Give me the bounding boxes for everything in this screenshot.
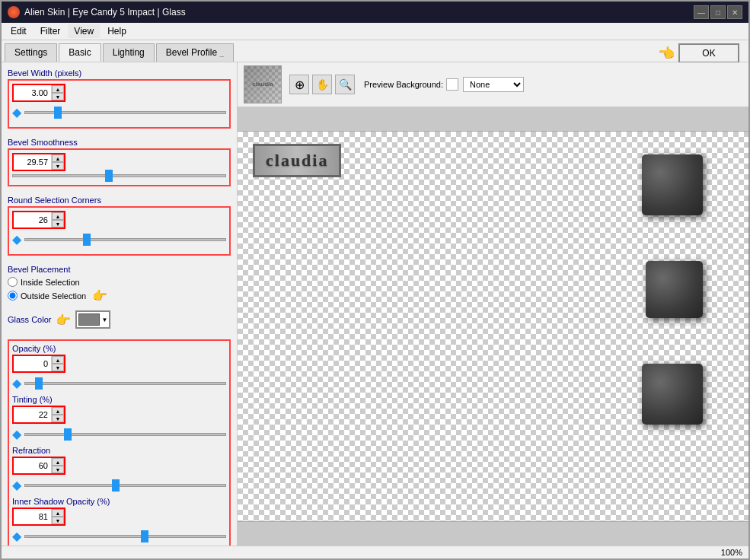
preview-area: claudia: [238, 107, 748, 546]
bevel-smoothness-up[interactable]: ▲: [52, 154, 64, 162]
refraction-slider-row: ◆: [12, 478, 226, 492]
bevel-smoothness-spinbox-btns: ▲ ▼: [52, 154, 64, 170]
zoom-tool-button[interactable]: 🔍: [335, 75, 355, 94]
ok-button[interactable]: OK: [678, 43, 739, 63]
inner-shadow-row: ▲ ▼: [12, 508, 226, 526]
menu-help[interactable]: Help: [101, 24, 132, 38]
inside-selection-row: Inside Selection: [8, 277, 231, 287]
inner-shadow-input[interactable]: [14, 509, 52, 524]
close-button[interactable]: ✕: [727, 5, 742, 19]
tinting-down[interactable]: ▼: [52, 415, 64, 422]
pan-icon: ✋: [316, 78, 329, 91]
round-corners-up[interactable]: ▲: [52, 212, 64, 220]
inner-shadow-spinbox: ▲ ▼: [12, 508, 65, 526]
checkered-preview: claudia: [238, 132, 748, 521]
refraction-thumb-icon: ◆: [12, 478, 21, 492]
refraction-spinbox: ▲ ▼: [12, 457, 65, 475]
round-corners-down[interactable]: ▼: [52, 220, 64, 228]
menu-edit[interactable]: Edit: [5, 24, 33, 38]
ok-hand-icon: 👉: [659, 45, 675, 62]
glass-square-1: [642, 154, 703, 215]
bevel-width-slider-thumb-icon: ◆: [12, 105, 21, 119]
title-bar: Alien Skin | Eye Candy 5 Impact | Glass …: [2, 2, 748, 23]
round-corners-group: Round Selection Corners ▲ ▼ ◆: [8, 196, 231, 260]
opacity-up[interactable]: ▲: [52, 356, 64, 364]
bevel-smoothness-down[interactable]: ▼: [52, 162, 64, 170]
glass-color-row: Glass Color 👉 ▼: [8, 310, 231, 329]
minimize-button[interactable]: —: [694, 5, 709, 19]
refraction-label: Refraction: [12, 446, 226, 455]
bevel-width-spinbox: ▲ ▼: [12, 84, 65, 102]
preview-bottom-bar: [238, 521, 748, 546]
maximize-button[interactable]: □: [710, 5, 726, 19]
tinting-input[interactable]: [14, 407, 52, 422]
tinting-up[interactable]: ▲: [52, 407, 64, 415]
inner-shadow-group: Inner Shadow Opacity (%) ▲ ▼ ◆: [12, 497, 226, 543]
main-window: Alien Skin | Eye Candy 5 Impact | Glass …: [0, 0, 750, 560]
bevel-width-input[interactable]: [14, 85, 52, 100]
bevel-width-spinbox-btns: ▲ ▼: [52, 85, 64, 100]
refraction-slider[interactable]: [24, 484, 226, 487]
round-corners-slider[interactable]: [24, 238, 226, 241]
bevel-width-up[interactable]: ▲: [52, 85, 64, 93]
inside-selection-radio[interactable]: [8, 277, 18, 287]
window-title: Alien Skin | Eye Candy 5 Impact | Glass: [24, 7, 186, 18]
tinting-spinbox-btns: ▲ ▼: [52, 407, 64, 422]
refraction-down[interactable]: ▼: [52, 466, 64, 473]
tab-lighting[interactable]: Lighting: [103, 43, 155, 62]
opacity-down[interactable]: ▼: [52, 364, 64, 371]
inside-selection-label: Inside Selection: [21, 278, 80, 287]
round-corners-spinbox-btns: ▲ ▼: [52, 212, 64, 228]
title-bar-left: Alien Skin | Eye Candy 5 Impact | Glass: [8, 6, 186, 18]
main-content: Bevel Width (pixels) ▲ ▼ ◆: [2, 62, 748, 546]
glass-color-button[interactable]: ▼: [75, 310, 110, 329]
tab-basic[interactable]: Basic: [59, 43, 101, 62]
round-corners-slider-row: ◆: [12, 232, 226, 247]
menu-view[interactable]: View: [68, 24, 100, 38]
menu-filter[interactable]: Filter: [34, 24, 67, 38]
app-icon: [8, 6, 20, 18]
bevel-smoothness-slider[interactable]: [12, 174, 226, 177]
tab-bevel-profile[interactable]: Bevel Profile _: [156, 43, 234, 62]
lower-controls-block: Opacity (%) ▲ ▼ ◆: [8, 339, 231, 546]
preview-thumbnail: claudia: [244, 65, 282, 103]
round-corners-label: Round Selection Corners: [8, 196, 231, 205]
tinting-group: Tinting (%) ▲ ▼ ◆: [12, 395, 226, 441]
tab-settings[interactable]: Settings: [5, 43, 57, 62]
tinting-label: Tinting (%): [12, 395, 226, 404]
inner-shadow-label: Inner Shadow Opacity (%): [12, 497, 226, 506]
inner-shadow-spinbox-btns: ▲ ▼: [52, 509, 64, 524]
pan-button[interactable]: ✋: [312, 75, 332, 94]
tinting-thumb-icon: ◆: [12, 427, 21, 441]
bevel-placement-title: Bevel Placement: [8, 265, 231, 274]
zoom-in-button[interactable]: ⊕: [289, 75, 309, 94]
claudia-element: claudia: [253, 144, 341, 177]
bevel-width-down[interactable]: ▼: [52, 93, 64, 100]
outside-selection-row: Outside Selection 👉: [8, 288, 231, 303]
opacity-thumb-icon: ◆: [12, 376, 21, 390]
claudia-text: claudia: [266, 151, 328, 170]
tinting-slider[interactable]: [24, 433, 226, 436]
outside-selection-radio[interactable]: [8, 291, 18, 301]
refraction-up[interactable]: ▲: [52, 458, 64, 466]
inner-shadow-slider[interactable]: [24, 535, 226, 538]
preview-bg-select[interactable]: None White Black Gray: [463, 77, 524, 92]
opacity-input[interactable]: [14, 356, 52, 371]
zoom-level: 100%: [721, 548, 742, 557]
bevel-smoothness-input[interactable]: [14, 154, 52, 170]
outside-selection-label: Outside Selection: [21, 291, 86, 301]
inner-shadow-up[interactable]: ▲: [52, 509, 64, 517]
bevel-profile-underscore: _: [219, 49, 224, 57]
round-corners-thumb-icon: ◆: [12, 232, 21, 247]
round-corners-input[interactable]: [14, 212, 52, 228]
preview-bg-swatch: [446, 78, 458, 91]
round-corners-spinbox: ▲ ▼: [12, 211, 65, 229]
bevel-width-slider[interactable]: [24, 111, 226, 114]
preview-toolbar: claudia ⊕ ✋ 🔍 Preview Background: None: [238, 62, 748, 107]
inner-shadow-down[interactable]: ▼: [52, 517, 64, 524]
opacity-slider[interactable]: [24, 382, 226, 385]
refraction-input[interactable]: [14, 458, 52, 473]
opacity-spinbox-btns: ▲ ▼: [52, 356, 64, 371]
glass-color-dropdown-arrow: ▼: [101, 317, 107, 323]
inner-shadow-slider-row: ◆: [12, 529, 226, 543]
